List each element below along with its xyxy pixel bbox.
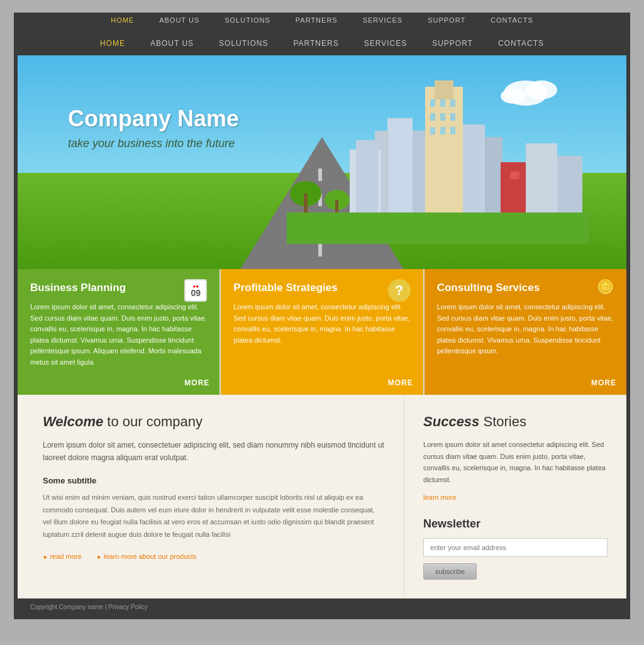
feature-profitable-strategies: Profitable Strategies ? Lorem ipsum dolo…	[221, 269, 423, 395]
feature-title-consulting: Consulting Services	[437, 282, 540, 294]
bottom-right: Success Stories Lorem ipsum dolor sit am…	[404, 395, 626, 598]
welcome-body: Ut wisi enim ad minim veniam, quis nostr…	[43, 492, 385, 541]
feature-consulting-services: Consulting Services 🪙 Lorem ipsum dolor …	[425, 269, 626, 395]
svg-rect-14	[430, 99, 435, 107]
svg-rect-16	[450, 99, 455, 107]
svg-rect-27	[526, 143, 557, 219]
success-bold: Success	[423, 414, 479, 429]
feature-more-business[interactable]: MORE	[184, 378, 209, 387]
feature-more-strategies[interactable]: MORE	[388, 378, 413, 387]
outer-nav-about[interactable]: ABOUT US	[159, 16, 199, 24]
coins-icon: 🪙	[597, 279, 614, 295]
feature-title-business: Business Planning	[30, 282, 126, 294]
bottom-left: Welcome to our company Lorem ipsum dolor…	[18, 395, 404, 598]
svg-rect-22	[450, 127, 455, 135]
hero-section: Company Name take your business into the…	[18, 55, 626, 269]
company-name: Company Name	[68, 106, 239, 132]
outer-nav-home[interactable]: HOME	[111, 16, 134, 24]
bottom-area: Welcome to our company Lorem ipsum dolor…	[18, 395, 626, 598]
learn-more-link[interactable]: learn more about our products	[97, 553, 197, 560]
success-body: Lorem ipsum dolor sit amet consectetur a…	[423, 439, 608, 486]
footer-text: Copyright Company name | Privacy Policy	[30, 604, 148, 610]
city-illustration	[287, 68, 589, 244]
svg-rect-19	[450, 113, 455, 121]
welcome-links: read more learn more about our products	[43, 553, 385, 560]
nav-partners[interactable]: PARTNERS	[293, 39, 338, 48]
svg-point-32	[501, 89, 526, 104]
nav-contacts[interactable]: CONTACTS	[498, 39, 544, 48]
svg-rect-20	[430, 127, 435, 135]
welcome-intro: Lorem ipsum dolor sit amet, consectetuer…	[43, 439, 385, 465]
read-more-link[interactable]: read more	[43, 553, 82, 560]
welcome-bold: Welcome	[43, 414, 103, 429]
hero-tagline: take your business into the future	[68, 137, 239, 150]
main-container: HOME ABOUT US SOLUTIONS PARTNERS SERVICE…	[14, 28, 630, 619]
newsletter-title: Newsletter	[423, 517, 608, 531]
nav-services[interactable]: SERVICES	[364, 39, 407, 48]
hero-text-block: Company Name take your business into the…	[68, 106, 239, 150]
svg-rect-28	[557, 156, 582, 219]
svg-rect-6	[387, 118, 413, 219]
svg-rect-18	[440, 113, 445, 121]
feature-title-strategies: Profitable Strategies	[233, 282, 337, 294]
question-icon: ?	[388, 279, 411, 302]
inner-nav: HOME ABOUT US SOLUTIONS PARTNERS SERVICE…	[18, 31, 626, 55]
welcome-rest: to our company	[103, 414, 203, 429]
svg-rect-25	[501, 162, 529, 219]
outer-nav-support[interactable]: SUPPORT	[428, 16, 465, 24]
svg-point-31	[526, 80, 557, 99]
welcome-title: Welcome to our company	[43, 414, 385, 430]
nav-solutions[interactable]: SOLUTIONS	[219, 39, 268, 48]
success-rest: Stories	[479, 414, 526, 429]
svg-rect-10	[485, 137, 502, 219]
email-input[interactable]	[423, 538, 608, 557]
svg-rect-24	[356, 140, 378, 219]
svg-rect-21	[440, 127, 445, 135]
nav-support[interactable]: SUPPORT	[432, 39, 473, 48]
feature-business-planning: Business Planning ●● 09 Lorem ipsum dolo…	[18, 269, 219, 395]
success-learn-more[interactable]: learn more	[423, 493, 457, 501]
feature-body-strategies: Lorem ipsum dolor sit amet, consectetur …	[233, 302, 410, 346]
svg-rect-29	[287, 212, 589, 244]
svg-rect-1	[304, 194, 308, 212]
footer: Copyright Company name | Privacy Policy	[18, 598, 626, 615]
nav-home[interactable]: HOME	[100, 39, 125, 48]
feature-body-consulting: Lorem ipsum dolor sit amet, consectetur …	[437, 302, 614, 357]
feature-body-business: Lorem ipsum dolor sit amet, consectetur …	[30, 302, 207, 368]
svg-rect-17	[430, 113, 435, 121]
outer-nav-services[interactable]: SERVICES	[363, 16, 402, 24]
nav-about[interactable]: ABOUT US	[150, 39, 194, 48]
calendar-icon: ●● 09	[184, 279, 207, 302]
svg-rect-9	[463, 124, 485, 219]
svg-rect-26	[510, 172, 519, 179]
success-title: Success Stories	[423, 414, 608, 430]
svg-rect-15	[440, 99, 445, 107]
outer-nav-partners[interactable]: PARTNERS	[296, 16, 338, 24]
svg-rect-13	[435, 80, 453, 99]
some-subtitle: Some subtitle	[43, 476, 385, 485]
feature-row: Business Planning ●● 09 Lorem ipsum dolo…	[18, 269, 626, 395]
feature-more-consulting[interactable]: MORE	[591, 378, 616, 387]
subscribe-button[interactable]: subscribe	[423, 563, 477, 580]
outer-nav-contacts[interactable]: CONTACTS	[491, 16, 533, 24]
outer-nav-solutions[interactable]: SOLUTIONS	[225, 16, 270, 24]
outer-nav: HOME ABOUT US SOLUTIONS PARTNERS SERVICE…	[14, 13, 630, 28]
